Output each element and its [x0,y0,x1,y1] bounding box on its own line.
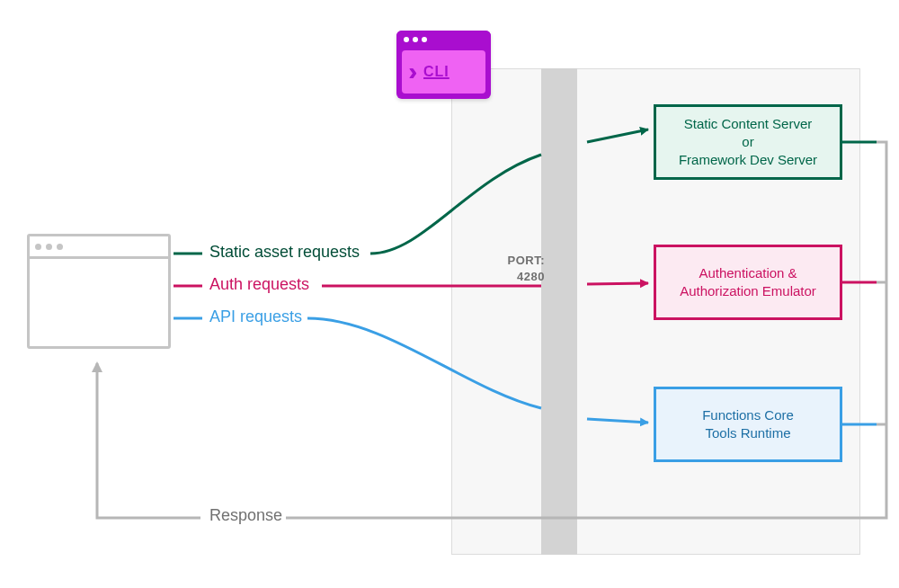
port-number: 4280 [517,270,545,283]
service-static-content: Static Content Server or Framework Dev S… [654,104,842,180]
label-auth-requests: Auth requests [209,275,309,294]
window-dot-icon [404,37,409,42]
service-functions-runtime: Functions Core Tools Runtime [654,387,842,462]
service-func-line2: Tools Runtime [702,424,794,442]
window-dot-icon [413,37,418,42]
cli-titlebar [396,31,491,49]
window-dot-icon [57,244,63,250]
window-dot-icon [422,37,427,42]
service-auth-line1: Authentication & [680,264,816,282]
service-static-line2: or [679,133,817,151]
port-strip [541,68,577,555]
cli-label: CLI [423,64,450,80]
service-auth-emulator: Authentication & Authorization Emulator [654,245,842,320]
service-static-line1: Static Content Server [679,115,817,133]
service-auth-line2: Authorization Emulator [680,282,816,300]
label-api-requests: API requests [209,307,302,326]
browser-titlebar [30,236,168,259]
label-static-assets: Static asset requests [209,243,360,262]
diagram-canvas: PORT: 4280 [0,0,899,588]
service-func-line1: Functions Core [702,406,794,424]
service-static-line3: Framework Dev Server [679,151,817,169]
port-label: PORT: 4280 [495,253,545,284]
cli-badge: ›› CLI [396,31,491,99]
browser-icon [27,234,171,349]
window-dot-icon [46,244,52,250]
window-dot-icon [35,244,41,250]
port-label-text: PORT: [508,254,546,267]
label-response: Response [209,506,282,525]
cli-body: ›› CLI [402,50,485,94]
